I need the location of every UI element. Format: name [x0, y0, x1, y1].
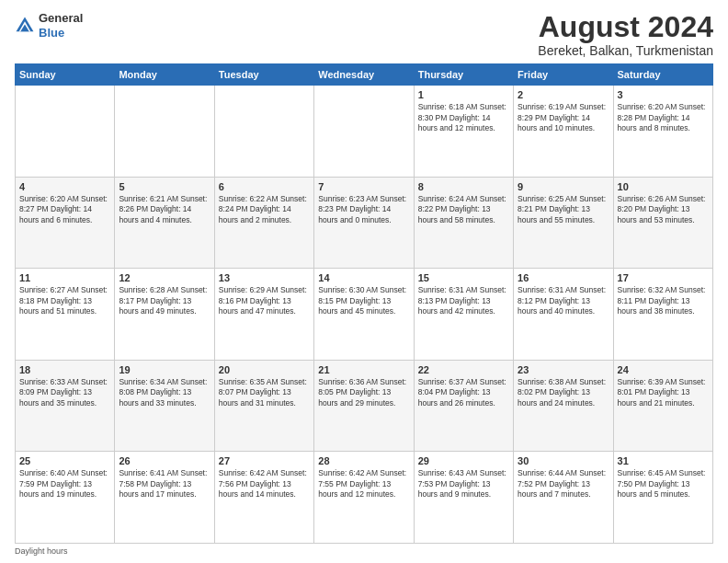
day-info: Sunrise: 6:44 AM Sunset: 7:52 PM Dayligh… [518, 468, 609, 500]
day-info: Sunrise: 6:26 AM Sunset: 8:20 PM Dayligh… [618, 194, 709, 225]
day-number: 31 [618, 455, 709, 466]
day-info: Sunrise: 6:27 AM Sunset: 8:18 PM Dayligh… [19, 285, 110, 316]
table-row: 30Sunrise: 6:44 AM Sunset: 7:52 PM Dayli… [514, 452, 613, 544]
logo-text: General Blue [39, 11, 83, 40]
day-number: 16 [518, 272, 609, 283]
day-info: Sunrise: 6:39 AM Sunset: 8:01 PM Dayligh… [618, 377, 709, 408]
day-number: 1 [418, 89, 509, 100]
day-number: 5 [119, 181, 210, 192]
table-row: 26Sunrise: 6:41 AM Sunset: 7:58 PM Dayli… [115, 452, 214, 544]
table-row: 18Sunrise: 6:33 AM Sunset: 8:09 PM Dayli… [16, 360, 115, 452]
calendar-week-3: 18Sunrise: 6:33 AM Sunset: 8:09 PM Dayli… [16, 360, 713, 452]
day-number: 30 [518, 455, 609, 466]
day-number: 24 [618, 364, 709, 375]
footer-note: Daylight hours [15, 546, 713, 556]
title-block: August 2024 Bereket, Balkan, Turkmenista… [538, 11, 713, 58]
col-tuesday: Tuesday [214, 64, 313, 86]
table-row [16, 86, 115, 178]
day-number: 11 [19, 272, 110, 283]
day-number: 12 [119, 272, 210, 283]
day-number: 19 [119, 364, 210, 375]
table-row: 19Sunrise: 6:34 AM Sunset: 8:08 PM Dayli… [115, 360, 214, 452]
table-row: 8Sunrise: 6:24 AM Sunset: 8:22 PM Daylig… [414, 177, 513, 269]
calendar: Sunday Monday Tuesday Wednesday Thursday… [15, 63, 713, 544]
day-info: Sunrise: 6:34 AM Sunset: 8:08 PM Dayligh… [119, 377, 210, 408]
day-info: Sunrise: 6:20 AM Sunset: 8:27 PM Dayligh… [19, 194, 110, 225]
table-row: 25Sunrise: 6:40 AM Sunset: 7:59 PM Dayli… [16, 452, 115, 544]
table-row: 16Sunrise: 6:31 AM Sunset: 8:12 PM Dayli… [514, 269, 613, 361]
day-info: Sunrise: 6:32 AM Sunset: 8:11 PM Dayligh… [618, 285, 709, 316]
page: General Blue August 2024 Bereket, Balkan… [0, 0, 728, 563]
day-info: Sunrise: 6:24 AM Sunset: 8:22 PM Dayligh… [418, 194, 509, 225]
table-row: 14Sunrise: 6:30 AM Sunset: 8:15 PM Dayli… [314, 269, 414, 361]
table-row: 7Sunrise: 6:23 AM Sunset: 8:23 PM Daylig… [314, 177, 414, 269]
day-info: Sunrise: 6:30 AM Sunset: 8:15 PM Dayligh… [318, 285, 409, 316]
table-row: 3Sunrise: 6:20 AM Sunset: 8:28 PM Daylig… [613, 86, 712, 178]
logo-blue: Blue [39, 26, 64, 40]
day-info: Sunrise: 6:21 AM Sunset: 8:26 PM Dayligh… [119, 194, 210, 225]
table-row: 11Sunrise: 6:27 AM Sunset: 8:18 PM Dayli… [16, 269, 115, 361]
header: General Blue August 2024 Bereket, Balkan… [15, 11, 713, 58]
day-info: Sunrise: 6:22 AM Sunset: 8:24 PM Dayligh… [219, 194, 310, 225]
table-row: 12Sunrise: 6:28 AM Sunset: 8:17 PM Dayli… [115, 269, 214, 361]
day-number: 9 [518, 181, 609, 192]
day-info: Sunrise: 6:28 AM Sunset: 8:17 PM Dayligh… [119, 285, 210, 316]
day-number: 15 [418, 272, 509, 283]
day-number: 6 [219, 181, 310, 192]
day-number: 2 [518, 89, 609, 100]
col-saturday: Saturday [613, 64, 712, 86]
day-number: 3 [618, 89, 709, 100]
day-number: 14 [318, 272, 409, 283]
col-wednesday: Wednesday [314, 64, 414, 86]
table-row [214, 86, 313, 178]
col-thursday: Thursday [414, 64, 513, 86]
day-number: 26 [119, 455, 210, 466]
title-location: Bereket, Balkan, Turkmenistan [538, 43, 713, 58]
day-info: Sunrise: 6:40 AM Sunset: 7:59 PM Dayligh… [19, 468, 110, 500]
table-row: 17Sunrise: 6:32 AM Sunset: 8:11 PM Dayli… [613, 269, 712, 361]
table-row: 5Sunrise: 6:21 AM Sunset: 8:26 PM Daylig… [115, 177, 214, 269]
table-row: 22Sunrise: 6:37 AM Sunset: 8:04 PM Dayli… [414, 360, 513, 452]
day-number: 28 [318, 455, 409, 466]
logo-icon [15, 16, 35, 36]
day-number: 27 [219, 455, 310, 466]
day-info: Sunrise: 6:33 AM Sunset: 8:09 PM Dayligh… [19, 377, 110, 408]
table-row: 20Sunrise: 6:35 AM Sunset: 8:07 PM Dayli… [214, 360, 313, 452]
table-row: 31Sunrise: 6:45 AM Sunset: 7:50 PM Dayli… [613, 452, 712, 544]
day-info: Sunrise: 6:23 AM Sunset: 8:23 PM Dayligh… [318, 194, 409, 225]
day-number: 17 [618, 272, 709, 283]
day-info: Sunrise: 6:18 AM Sunset: 8:30 PM Dayligh… [418, 102, 509, 133]
table-row [314, 86, 414, 178]
day-info: Sunrise: 6:31 AM Sunset: 8:12 PM Dayligh… [518, 285, 609, 316]
table-row: 13Sunrise: 6:29 AM Sunset: 8:16 PM Dayli… [214, 269, 313, 361]
day-info: Sunrise: 6:31 AM Sunset: 8:13 PM Dayligh… [418, 285, 509, 316]
title-month: August 2024 [538, 11, 713, 43]
day-info: Sunrise: 6:38 AM Sunset: 8:02 PM Dayligh… [518, 377, 609, 408]
calendar-header-row: Sunday Monday Tuesday Wednesday Thursday… [16, 64, 713, 86]
day-info: Sunrise: 6:41 AM Sunset: 7:58 PM Dayligh… [119, 468, 210, 500]
table-row: 10Sunrise: 6:26 AM Sunset: 8:20 PM Dayli… [613, 177, 712, 269]
calendar-week-2: 11Sunrise: 6:27 AM Sunset: 8:18 PM Dayli… [16, 269, 713, 361]
logo-general: General [39, 11, 83, 25]
day-info: Sunrise: 6:36 AM Sunset: 8:05 PM Dayligh… [318, 377, 409, 408]
col-monday: Monday [115, 64, 214, 86]
day-info: Sunrise: 6:25 AM Sunset: 8:21 PM Dayligh… [518, 194, 609, 225]
day-number: 21 [318, 364, 409, 375]
table-row: 24Sunrise: 6:39 AM Sunset: 8:01 PM Dayli… [613, 360, 712, 452]
day-info: Sunrise: 6:43 AM Sunset: 7:53 PM Dayligh… [418, 468, 509, 500]
day-info: Sunrise: 6:35 AM Sunset: 8:07 PM Dayligh… [219, 377, 310, 408]
day-number: 25 [19, 455, 110, 466]
col-sunday: Sunday [16, 64, 115, 86]
day-number: 7 [318, 181, 409, 192]
table-row: 6Sunrise: 6:22 AM Sunset: 8:24 PM Daylig… [214, 177, 313, 269]
calendar-week-1: 4Sunrise: 6:20 AM Sunset: 8:27 PM Daylig… [16, 177, 713, 269]
table-row: 21Sunrise: 6:36 AM Sunset: 8:05 PM Dayli… [314, 360, 414, 452]
day-number: 29 [418, 455, 509, 466]
day-info: Sunrise: 6:45 AM Sunset: 7:50 PM Dayligh… [618, 468, 709, 500]
calendar-week-0: 1Sunrise: 6:18 AM Sunset: 8:30 PM Daylig… [16, 86, 713, 178]
table-row: 15Sunrise: 6:31 AM Sunset: 8:13 PM Dayli… [414, 269, 513, 361]
table-row: 29Sunrise: 6:43 AM Sunset: 7:53 PM Dayli… [414, 452, 513, 544]
table-row [115, 86, 214, 178]
day-info: Sunrise: 6:42 AM Sunset: 7:55 PM Dayligh… [318, 468, 409, 500]
day-info: Sunrise: 6:37 AM Sunset: 8:04 PM Dayligh… [418, 377, 509, 408]
